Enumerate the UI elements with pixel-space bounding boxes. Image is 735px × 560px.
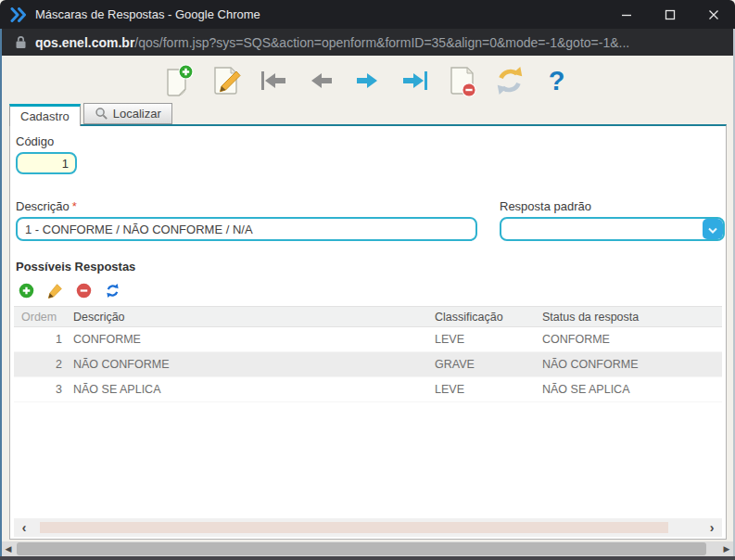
page-scroll-right-button[interactable]: ▶ bbox=[720, 541, 733, 556]
remove-resposta-button[interactable] bbox=[75, 282, 92, 299]
cell-classificacao: LEVE bbox=[435, 383, 542, 396]
cell-descricao: NÃO CONFORME bbox=[66, 358, 435, 371]
scrollbar-thumb[interactable] bbox=[40, 522, 668, 533]
respostas-table: Ordem Descrição Classificação Status da … bbox=[14, 306, 722, 402]
edit-record-button[interactable] bbox=[210, 63, 242, 98]
header-classificacao: Classificação bbox=[435, 311, 542, 324]
window-bottom-edge bbox=[0, 556, 735, 560]
previous-record-button[interactable] bbox=[305, 63, 336, 98]
respostas-toolbar bbox=[18, 282, 726, 299]
cell-status: NÃO SE APLICA bbox=[542, 383, 722, 396]
resposta-padrao-value bbox=[501, 219, 703, 239]
header-descricao: Descrição bbox=[66, 311, 435, 324]
combo-dropdown-button[interactable] bbox=[703, 219, 723, 239]
chevron-down-icon bbox=[708, 221, 717, 237]
table-row[interactable]: 1 CONFORME LEVE CONFORME bbox=[14, 327, 722, 352]
cell-status: CONFORME bbox=[542, 333, 722, 346]
table-row[interactable]: 2 NÃO CONFORME GRAVE NÃO CONFORME bbox=[14, 352, 722, 377]
table-horizontal-scrollbar: ‹ › bbox=[14, 518, 722, 537]
resposta-padrao-select[interactable] bbox=[500, 217, 725, 241]
table-header-row: Ordem Descrição Classificação Status da … bbox=[14, 306, 722, 327]
question-mark-icon: ? bbox=[549, 68, 565, 95]
codigo-label: Código bbox=[16, 134, 726, 148]
tab-localizar[interactable]: Localizar bbox=[83, 103, 172, 124]
minimize-button[interactable] bbox=[604, 0, 648, 29]
edit-resposta-button[interactable] bbox=[46, 282, 63, 299]
cell-ordem: 2 bbox=[14, 358, 66, 371]
url-text[interactable]: qos.enel.com.br/qos/form.jsp?sys=SQS&act… bbox=[35, 35, 629, 50]
page-scrollbar-thumb[interactable] bbox=[17, 542, 706, 555]
possiveis-respostas-title: Possíveis Respostas bbox=[16, 260, 726, 274]
first-record-button[interactable] bbox=[258, 63, 289, 98]
cell-descricao: NÃO SE APLICA bbox=[66, 383, 435, 396]
magnifier-icon bbox=[95, 107, 108, 121]
title-bar: Máscaras de Respostas - Google Chrome bbox=[0, 0, 735, 29]
page-horizontal-scrollbar: ◀ ▶ bbox=[0, 541, 735, 556]
last-record-button[interactable] bbox=[399, 63, 431, 98]
new-record-button[interactable] bbox=[163, 63, 195, 98]
close-button[interactable] bbox=[691, 0, 735, 29]
cadastro-panel: Código Descrição* Resposta padrão bbox=[9, 124, 727, 540]
window-title: Máscaras de Respostas - Google Chrome bbox=[35, 7, 604, 21]
refresh-respostas-button[interactable] bbox=[104, 282, 120, 299]
tab-cadastro-label: Cadastro bbox=[20, 109, 70, 123]
scroll-left-button[interactable]: ‹ bbox=[14, 518, 34, 537]
cell-descricao: CONFORME bbox=[66, 333, 435, 346]
refresh-button[interactable] bbox=[494, 63, 526, 98]
table-row[interactable]: 3 NÃO SE APLICA LEVE NÃO SE APLICA bbox=[14, 377, 722, 402]
page-scroll-left-button[interactable]: ◀ bbox=[2, 541, 15, 556]
url-path: /qos/form.jsp?sys=SQS&action=openform&fo… bbox=[134, 35, 629, 50]
add-resposta-button[interactable] bbox=[18, 282, 34, 299]
double-chevron-icon bbox=[9, 7, 28, 22]
cell-ordem: 3 bbox=[14, 383, 66, 396]
cell-classificacao: LEVE bbox=[435, 333, 542, 346]
lock-icon[interactable] bbox=[15, 35, 27, 49]
header-ordem: Ordem bbox=[14, 311, 66, 324]
form-tabs: Cadastro Localizar bbox=[2, 102, 733, 124]
help-button[interactable]: ? bbox=[541, 63, 573, 98]
address-bar[interactable]: qos.enel.com.br/qos/form.jsp?sys=SQS&act… bbox=[0, 29, 735, 56]
descricao-input[interactable] bbox=[16, 217, 477, 241]
required-asterisk: * bbox=[72, 199, 77, 213]
url-host: qos.enel.com.br bbox=[35, 35, 134, 50]
delete-record-button[interactable] bbox=[447, 63, 478, 98]
scroll-right-button[interactable]: › bbox=[702, 518, 722, 537]
tab-cadastro[interactable]: Cadastro bbox=[9, 104, 81, 126]
tab-localizar-label: Localizar bbox=[113, 107, 161, 121]
descricao-label: Descrição bbox=[16, 199, 70, 213]
cell-ordem: 1 bbox=[14, 333, 66, 346]
cell-classificacao: GRAVE bbox=[435, 358, 542, 371]
codigo-input[interactable] bbox=[16, 152, 77, 174]
page-body: ? Cadastro Localizar Cód bbox=[0, 56, 735, 541]
resposta-padrao-label: Resposta padrão bbox=[500, 199, 725, 213]
cell-status: NÃO CONFORME bbox=[542, 358, 722, 371]
header-status: Status da resposta bbox=[542, 311, 722, 324]
browser-window: Máscaras de Respostas - Google Chrome qo… bbox=[0, 0, 735, 560]
next-record-button[interactable] bbox=[352, 63, 384, 98]
record-toolbar: ? bbox=[2, 56, 733, 102]
maximize-button[interactable] bbox=[648, 0, 691, 29]
